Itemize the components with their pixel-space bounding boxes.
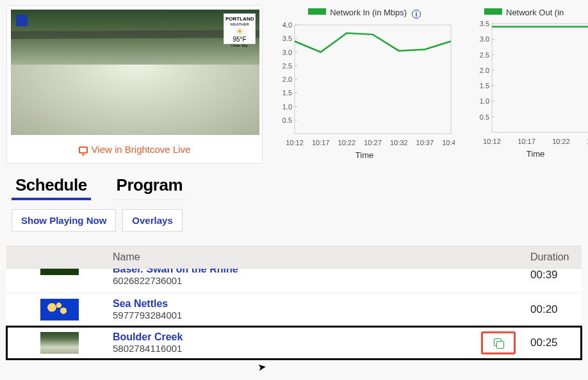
svg-text:1.0: 1.0 xyxy=(480,97,489,105)
svg-text:10:27: 10:27 xyxy=(364,139,382,146)
svg-text:10:17: 10:17 xyxy=(518,138,535,145)
svg-text:1.0: 1.0 xyxy=(282,103,292,111)
sun-icon: ☀ xyxy=(225,27,254,36)
network-in-chart: Network In (in Mbps) i 0.51.01.52.02.53.… xyxy=(274,8,455,164)
video-preview-card: PORTLAND WEATHER ☀ 95°F Clear Sky View i… xyxy=(6,5,263,164)
duration: 00:39 xyxy=(530,269,582,281)
table-row[interactable]: Sea Nettles597779328400100:20 xyxy=(6,293,582,326)
cursor-icon: ➤ xyxy=(257,360,267,374)
thumbnail xyxy=(40,332,79,354)
svg-text:3.5: 3.5 xyxy=(480,20,489,28)
svg-text:1.5: 1.5 xyxy=(282,89,292,97)
thumbnail xyxy=(40,269,79,275)
item-id: 5977793284001 xyxy=(113,310,466,321)
svg-text:10:42: 10:42 xyxy=(442,139,455,146)
info-icon[interactable]: i xyxy=(412,10,421,19)
svg-text:2.5: 2.5 xyxy=(480,51,489,59)
svg-text:10:12: 10:12 xyxy=(483,138,501,145)
network-charts: Network In (in Mbps) i 0.51.01.52.02.53.… xyxy=(274,5,588,164)
item-title[interactable]: Sea Nettles xyxy=(113,298,466,310)
tab-program[interactable]: Program xyxy=(113,175,186,200)
x-axis-label: Time xyxy=(471,149,588,159)
svg-rect-42 xyxy=(492,24,588,132)
legend-swatch xyxy=(308,8,326,15)
thumbnail xyxy=(40,299,79,321)
svg-text:1.5: 1.5 xyxy=(480,82,489,90)
svg-text:2.0: 2.0 xyxy=(480,67,489,74)
duration: 00:20 xyxy=(530,303,582,316)
svg-text:2.0: 2.0 xyxy=(282,75,292,83)
weather-overlay: PORTLAND WEATHER ☀ 95°F Clear Sky xyxy=(224,13,256,44)
item-title[interactable]: Basel: Swan on the Rhine xyxy=(113,269,466,275)
network-out-chart: Network Out (in 0.51.01.52.02.53.03.510:… xyxy=(471,8,588,164)
expand-icon[interactable] xyxy=(16,15,28,26)
legend-swatch xyxy=(484,8,502,15)
svg-text:4.0: 4.0 xyxy=(282,21,292,29)
svg-text:0.5: 0.5 xyxy=(480,113,489,121)
svg-text:2.5: 2.5 xyxy=(282,62,292,70)
svg-rect-23 xyxy=(295,25,451,134)
svg-text:10:17: 10:17 xyxy=(312,139,330,146)
svg-text:10:22: 10:22 xyxy=(338,139,356,146)
item-id: 6026822736001 xyxy=(113,275,466,286)
overlays-button[interactable]: Overlays xyxy=(122,209,182,232)
table-header: Name Duration xyxy=(6,246,582,269)
duplicate-button[interactable] xyxy=(481,331,516,354)
copy-icon xyxy=(494,338,503,347)
svg-text:3.0: 3.0 xyxy=(480,35,489,43)
chart-title: Network Out (in xyxy=(506,8,564,17)
item-id: 5802784116001 xyxy=(113,343,466,354)
svg-text:3.5: 3.5 xyxy=(282,35,292,42)
svg-text:10:37: 10:37 xyxy=(416,139,434,146)
svg-text:3.0: 3.0 xyxy=(282,49,292,56)
col-name: Name xyxy=(113,251,466,263)
video-preview[interactable]: PORTLAND WEATHER ☀ 95°F Clear Sky xyxy=(11,10,259,135)
tab-schedule[interactable]: Schedule xyxy=(12,175,91,200)
table-row[interactable]: Boulder Creek580278411600100:25 xyxy=(6,326,582,360)
svg-text:10:12: 10:12 xyxy=(286,139,304,146)
item-title[interactable]: Boulder Creek xyxy=(113,331,466,343)
tabs: Schedule Program xyxy=(0,164,588,200)
svg-text:10:32: 10:32 xyxy=(390,139,408,146)
svg-text:0.5: 0.5 xyxy=(282,116,292,124)
show-playing-now-button[interactable]: Show Playing Now xyxy=(12,209,116,232)
chart-title: Network In (in Mbps) xyxy=(330,8,407,17)
svg-text:10:22: 10:22 xyxy=(552,138,570,145)
x-axis-label: Time xyxy=(274,150,455,160)
monitor-icon xyxy=(79,146,88,154)
table-row[interactable]: Basel: Swan on the Rhine602682273600100:… xyxy=(6,269,582,293)
view-in-brightcove-link[interactable]: View in Brightcove Live xyxy=(79,144,191,155)
col-duration: Duration xyxy=(530,251,582,263)
duration: 00:25 xyxy=(530,336,582,349)
